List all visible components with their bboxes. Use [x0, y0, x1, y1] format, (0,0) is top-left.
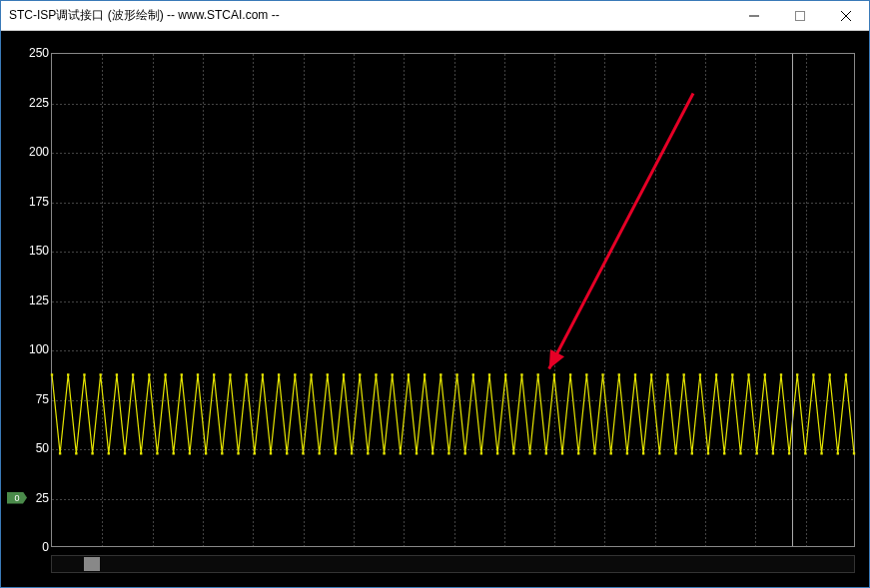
- y-tick-label: 250: [29, 46, 49, 60]
- data-point-marker: [237, 452, 239, 454]
- data-point-marker: [666, 373, 668, 375]
- data-point-marker: [254, 452, 256, 454]
- data-point-marker: [116, 373, 118, 375]
- data-point-marker: [335, 452, 337, 454]
- origin-marker[interactable]: 0: [7, 492, 27, 504]
- data-point-marker: [302, 452, 304, 454]
- data-point-marker: [286, 452, 288, 454]
- data-point-marker: [715, 373, 717, 375]
- y-tick-label: 100: [29, 342, 49, 356]
- data-point-marker: [812, 373, 814, 375]
- data-point-marker: [699, 373, 701, 375]
- data-point-marker: [343, 373, 345, 375]
- y-tick-label: 200: [29, 145, 49, 159]
- data-point-marker: [658, 452, 660, 454]
- data-point-marker: [796, 373, 798, 375]
- data-point-marker: [156, 452, 158, 454]
- data-point-marker: [455, 373, 457, 375]
- data-point-marker: [536, 373, 538, 375]
- chart-content: 0255075100125150175200225250 0: [1, 31, 869, 587]
- data-point-marker: [181, 373, 183, 375]
- data-point-marker: [83, 373, 85, 375]
- data-point-marker: [310, 373, 312, 375]
- data-point-marker: [642, 452, 644, 454]
- data-point-marker: [189, 452, 191, 454]
- data-point-marker: [124, 452, 126, 454]
- data-point-marker: [520, 373, 522, 375]
- data-point-marker: [764, 373, 766, 375]
- y-tick-label: 225: [29, 96, 49, 110]
- data-point-marker: [59, 452, 61, 454]
- data-point-marker: [634, 373, 636, 375]
- data-point-marker: [432, 452, 434, 454]
- data-point-marker: [650, 373, 652, 375]
- data-point-marker: [480, 452, 482, 454]
- data-point-marker: [164, 373, 166, 375]
- titlebar[interactable]: STC-ISP调试接口 (波形绘制) -- www.STCAI.com --: [1, 1, 869, 31]
- y-tick-label: 25: [36, 491, 49, 505]
- data-point-marker: [327, 373, 329, 375]
- data-point-marker: [561, 452, 563, 454]
- data-point-marker: [731, 373, 733, 375]
- horizontal-scrollbar[interactable]: [51, 555, 855, 573]
- window-title: STC-ISP调试接口 (波形绘制) -- www.STCAI.com --: [1, 7, 731, 24]
- svg-rect-1: [796, 11, 805, 20]
- data-point-marker: [747, 373, 749, 375]
- data-point-marker: [682, 373, 684, 375]
- plot-area[interactable]: [51, 53, 855, 547]
- data-point-marker: [197, 373, 199, 375]
- cursor-vertical-line[interactable]: [792, 54, 793, 546]
- data-point-marker: [780, 373, 782, 375]
- data-point-marker: [367, 452, 369, 454]
- data-point-marker: [463, 452, 465, 454]
- data-point-marker: [205, 452, 207, 454]
- data-point-marker: [528, 452, 530, 454]
- y-tick-label: 50: [36, 441, 49, 455]
- y-tick-label: 75: [36, 392, 49, 406]
- data-point-marker: [504, 373, 506, 375]
- data-point-marker: [545, 452, 547, 454]
- data-point-marker: [496, 452, 498, 454]
- maximize-button[interactable]: [777, 1, 823, 31]
- data-point-marker: [221, 452, 223, 454]
- data-point-marker: [270, 452, 272, 454]
- data-point-marker: [618, 373, 620, 375]
- waveform-svg: [52, 54, 854, 546]
- data-point-marker: [593, 452, 595, 454]
- data-point-marker: [853, 452, 855, 454]
- data-point-marker: [439, 373, 441, 375]
- data-point-marker: [609, 452, 611, 454]
- close-button[interactable]: [823, 1, 869, 31]
- data-point-marker: [132, 373, 134, 375]
- data-point-marker: [172, 452, 174, 454]
- data-point-marker: [626, 452, 628, 454]
- y-tick-label: 0: [42, 540, 49, 554]
- data-point-marker: [359, 373, 361, 375]
- data-point-marker: [391, 373, 393, 375]
- data-point-marker: [148, 373, 150, 375]
- data-point-marker: [553, 373, 555, 375]
- data-point-marker: [75, 452, 77, 454]
- minimize-button[interactable]: [731, 1, 777, 31]
- y-tick-label: 150: [29, 244, 49, 258]
- data-point-marker: [67, 373, 69, 375]
- data-point-marker: [755, 452, 757, 454]
- data-point-marker: [472, 373, 474, 375]
- scroll-thumb[interactable]: [84, 557, 100, 571]
- data-point-marker: [447, 452, 449, 454]
- data-point-marker: [723, 452, 725, 454]
- data-point-marker: [400, 452, 402, 454]
- data-point-marker: [674, 452, 676, 454]
- data-point-marker: [229, 373, 231, 375]
- data-point-marker: [99, 373, 101, 375]
- y-tick-label: 125: [29, 294, 49, 307]
- waveform-line: [52, 374, 854, 453]
- data-point-marker: [772, 452, 774, 454]
- data-point-marker: [569, 373, 571, 375]
- data-point-marker: [804, 452, 806, 454]
- data-point-marker: [820, 452, 822, 454]
- data-point-marker: [739, 452, 741, 454]
- data-point-marker: [707, 452, 709, 454]
- data-point-marker: [278, 373, 280, 375]
- data-point-marker: [140, 452, 142, 454]
